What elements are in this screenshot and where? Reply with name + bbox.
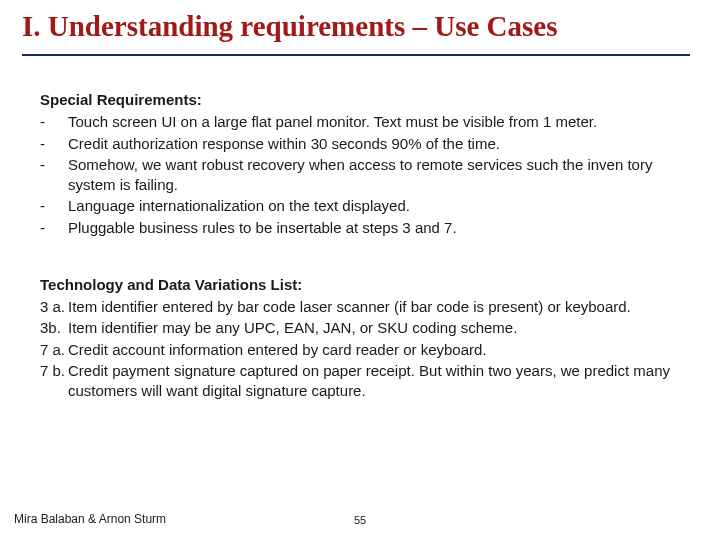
slide-body: Special Requirements: - Touch screen UI … bbox=[40, 88, 686, 402]
special-req-text: Touch screen UI on a large flat panel mo… bbox=[68, 112, 686, 132]
special-req-item: - Credit authorization response within 3… bbox=[40, 134, 686, 154]
footer-page-number: 55 bbox=[0, 514, 720, 526]
item-marker: 3b. bbox=[40, 318, 68, 338]
tech-variation-item: 7 a. Credit account information entered … bbox=[40, 340, 686, 360]
tech-variation-item: 3b. Item identifier may be any UPC, EAN,… bbox=[40, 318, 686, 338]
tech-variations-heading: Technology and Data Variations List: bbox=[40, 275, 686, 295]
tech-variation-text: Credit account information entered by ca… bbox=[68, 340, 686, 360]
title-underline bbox=[22, 54, 690, 56]
special-req-text: Somehow, we want robust recovery when ac… bbox=[68, 155, 686, 196]
bullet-dash: - bbox=[40, 218, 68, 238]
bullet-dash: - bbox=[40, 155, 68, 196]
special-req-text: Pluggable business rules to be insertabl… bbox=[68, 218, 686, 238]
item-marker: 7 a. bbox=[40, 340, 68, 360]
bullet-dash: - bbox=[40, 196, 68, 216]
special-req-item: - Language internationalization on the t… bbox=[40, 196, 686, 216]
special-req-text: Language internationalization on the tex… bbox=[68, 196, 686, 216]
tech-variation-text: Credit payment signature captured on pap… bbox=[68, 361, 686, 402]
page-title: I. Understanding requirements – Use Case… bbox=[22, 10, 698, 43]
special-req-item: - Somehow, we want robust recovery when … bbox=[40, 155, 686, 196]
bullet-dash: - bbox=[40, 112, 68, 132]
tech-variation-text: Item identifier entered by bar code lase… bbox=[68, 297, 686, 317]
item-marker: 3 a. bbox=[40, 297, 68, 317]
slide: I. Understanding requirements – Use Case… bbox=[0, 0, 720, 540]
tech-variation-item: 7 b. Credit payment signature captured o… bbox=[40, 361, 686, 402]
special-req-item: - Touch screen UI on a large flat panel … bbox=[40, 112, 686, 132]
bullet-dash: - bbox=[40, 134, 68, 154]
special-req-text: Credit authorization response within 30 … bbox=[68, 134, 686, 154]
tech-variation-text: Item identifier may be any UPC, EAN, JAN… bbox=[68, 318, 686, 338]
item-marker: 7 b. bbox=[40, 361, 68, 402]
special-req-item: - Pluggable business rules to be inserta… bbox=[40, 218, 686, 238]
special-requirements-heading: Special Requirements: bbox=[40, 90, 686, 110]
tech-variation-item: 3 a. Item identifier entered by bar code… bbox=[40, 297, 686, 317]
